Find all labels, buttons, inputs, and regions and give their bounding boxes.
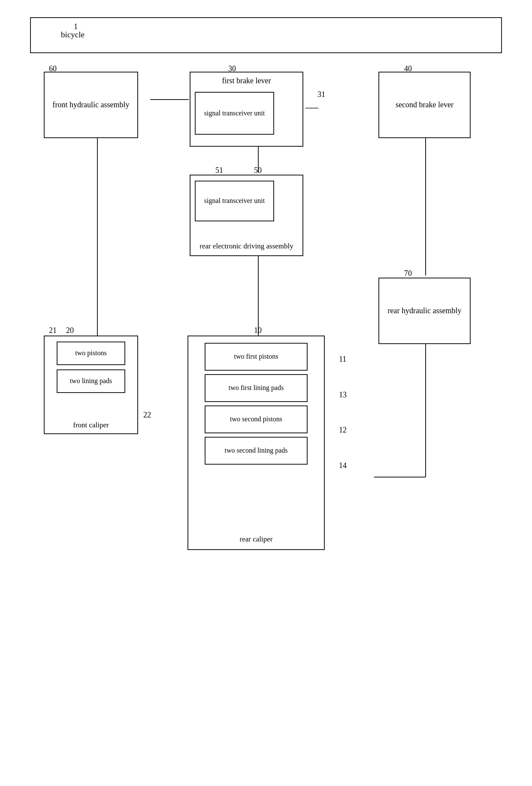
two-first-pistons-box: two first pistons [205, 343, 308, 371]
ref-51: 51 [215, 166, 223, 175]
two-second-pistons-box: two second pistons [205, 405, 308, 433]
ref-11: 11 [339, 355, 346, 364]
front-hydraulic-box: front hydraulic assembly [44, 72, 138, 138]
front-pistons-box: two pistons [57, 342, 125, 365]
connector-lines [31, 18, 501, 52]
second-brake-lever-box: second brake lever [378, 72, 471, 138]
front-caliper-box: two pistons two lining pads front calipe… [44, 336, 138, 434]
diagram: 1 bicycle 60 front hydraulic assembly 30… [30, 17, 502, 53]
signal-transceiver-rear-inner-box: signal transceiver unit [195, 181, 274, 221]
ref-21: 21 [49, 326, 57, 335]
ref-13: 13 [339, 390, 347, 399]
ref-12: 12 [339, 426, 347, 435]
signal-transceiver-inner-box: signal transceiver unit [195, 92, 274, 135]
ref-22: 22 [143, 411, 151, 420]
ref-20: 20 [66, 326, 74, 335]
rear-caliper-box: two first pistons two first lining pads … [187, 336, 325, 550]
ref-14: 14 [339, 461, 347, 470]
ref-50: 50 [254, 166, 262, 175]
two-second-lining-pads-box: two second lining pads [205, 437, 308, 465]
two-first-lining-pads-box: two first lining pads [205, 374, 308, 402]
front-pads-box: two lining pads [57, 369, 125, 393]
ref-31: 31 [317, 90, 325, 99]
first-brake-lever-box: first brake lever signal transceiver uni… [190, 72, 303, 147]
front-caliper-label: front caliper [73, 420, 109, 430]
rear-hydraulic-box: rear hydraulic assembly [378, 278, 471, 344]
rear-electronic-box: rear electronic driving assembly signal … [190, 175, 303, 256]
ref-10: 10 [254, 326, 262, 335]
bicycle-label: bicycle [61, 30, 85, 39]
ref-70: 70 [404, 269, 412, 278]
rear-caliper-label: rear caliper [240, 535, 273, 544]
ref-lines [31, 18, 501, 52]
